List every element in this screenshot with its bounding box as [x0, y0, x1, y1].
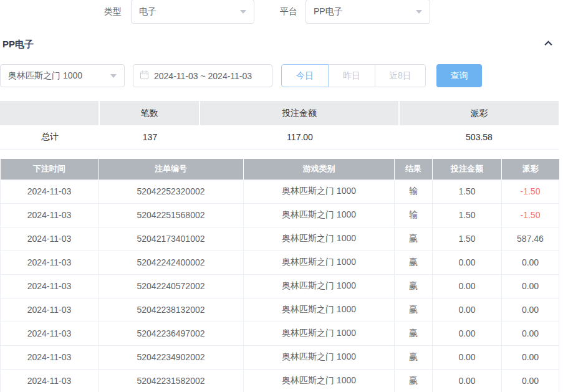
quick-range-button[interactable]: 昨日 — [328, 64, 375, 87]
column-header: 投注金额 — [433, 159, 502, 179]
summary-total-row: 总计 137 117.00 503.58 — [0, 125, 559, 150]
cell-result: 赢 — [395, 369, 433, 392]
table-row: 2024-11-0352042242400002奥林匹斯之门 1000赢0.00… — [1, 251, 559, 274]
cell-result: 赢 — [395, 251, 433, 274]
collapse-section-button[interactable] — [541, 37, 555, 51]
cell-bet: 0.00 — [433, 274, 502, 298]
quick-range-buttons: 今日昨日近8日 — [281, 64, 426, 87]
cell-bet: 0.00 — [433, 369, 502, 392]
summary-total-count: 137 — [100, 125, 200, 150]
column-header: 游戏类别 — [244, 159, 395, 179]
cell-game: 奥林匹斯之门 1000 — [244, 274, 395, 298]
game-select[interactable]: 奥林匹斯之门 1000 — [0, 64, 125, 87]
chevron-down-icon — [110, 74, 117, 78]
column-header: 注单编号 — [99, 159, 244, 179]
cell-game: 奥林匹斯之门 1000 — [244, 203, 395, 227]
search-button[interactable]: 查询 — [436, 64, 482, 87]
cell-date: 2024-11-03 — [1, 369, 99, 392]
table-row: 2024-11-0352042236497002奥林匹斯之门 1000赢0.00… — [1, 322, 559, 345]
quick-range-button[interactable]: 今日 — [281, 64, 329, 87]
cell-bet: 0.00 — [433, 298, 502, 322]
summary-total-label: 总计 — [0, 125, 100, 150]
cell-date: 2024-11-03 — [1, 203, 99, 227]
cell-bet: 1.50 — [433, 179, 502, 203]
chevron-down-icon — [240, 10, 246, 14]
cell-date: 2024-11-03 — [1, 227, 99, 251]
summary-total-bet: 117.00 — [200, 125, 400, 150]
section-title: PP电子 — [2, 39, 34, 50]
cell-game: 奥林匹斯之门 1000 — [244, 298, 395, 322]
cell-bet: 0.00 — [433, 345, 502, 369]
cell-result: 赢 — [395, 227, 433, 251]
type-select[interactable]: 电子 — [131, 0, 254, 24]
cell-date: 2024-11-03 — [1, 179, 99, 203]
page: 类型 电子 平台 PP电子 PP电子 奥林匹斯之门 1000 2024-11-0… — [0, 0, 563, 392]
cell-payout: 0.00 — [502, 345, 559, 369]
summary-header-bet-amount: 投注金额 — [200, 101, 400, 125]
game-select-value: 奥林匹斯之门 1000 — [8, 70, 82, 82]
cell-payout: -1.50 — [502, 179, 559, 203]
cell-payout: 0.00 — [502, 298, 559, 322]
cell-payout: 587.46 — [502, 227, 559, 251]
date-range-value: 2024-11-03 ~ 2024-11-03 — [154, 71, 252, 81]
column-header: 下注时间 — [1, 159, 99, 179]
cell-date: 2024-11-03 — [1, 345, 99, 369]
cell-bet: 0.00 — [433, 251, 502, 274]
column-header: 结果 — [395, 159, 433, 179]
detail-table-body: 2024-11-0352042252320002奥林匹斯之门 1000输1.50… — [1, 179, 559, 392]
cell-order_id: 52042242400002 — [99, 251, 244, 274]
cell-game: 奥林匹斯之门 1000 — [244, 322, 395, 345]
chevron-down-icon — [416, 10, 422, 14]
date-range-input[interactable]: 2024-11-03 ~ 2024-11-03 — [133, 64, 272, 87]
cell-date: 2024-11-03 — [1, 322, 99, 345]
cell-order_id: 52042240572002 — [99, 274, 244, 298]
cell-order_id: 52042236497002 — [99, 322, 244, 345]
table-row: 2024-11-0352042240572002奥林匹斯之门 1000赢0.00… — [1, 274, 559, 298]
cell-bet: 1.50 — [433, 227, 502, 251]
cell-result: 输 — [395, 203, 433, 227]
summary-header-payout: 派彩 — [400, 101, 559, 125]
table-row: 2024-11-0352042238132002奥林匹斯之门 1000赢0.00… — [1, 298, 559, 322]
calendar-icon — [140, 70, 149, 82]
cell-payout: 0.00 — [502, 274, 559, 298]
cell-order_id: 52042234902002 — [99, 345, 244, 369]
platform-select-value: PP电子 — [314, 6, 343, 17]
cell-payout: 0.00 — [502, 322, 559, 345]
cell-game: 奥林匹斯之门 1000 — [244, 369, 395, 392]
cell-result: 输 — [395, 179, 433, 203]
cell-game: 奥林匹斯之门 1000 — [244, 179, 395, 203]
cell-bet: 0.00 — [433, 322, 502, 345]
cell-bet: 1.50 — [433, 203, 502, 227]
cell-order_id: 52042238132002 — [99, 298, 244, 322]
cell-result: 赢 — [395, 298, 433, 322]
platform-select[interactable]: PP电子 — [306, 0, 430, 24]
table-row: 2024-11-0352042173401002奥林匹斯之门 1000赢1.50… — [1, 227, 559, 251]
cell-order_id: 52042251568002 — [99, 203, 244, 227]
summary-header-empty — [0, 101, 100, 125]
column-header: 派彩 — [502, 159, 559, 179]
summary-total-payout: 503.58 — [400, 125, 559, 150]
cell-order_id: 52042252320002 — [99, 179, 244, 203]
cell-date: 2024-11-03 — [1, 251, 99, 274]
cell-payout: 0.00 — [502, 251, 559, 274]
type-select-value: 电子 — [139, 6, 156, 17]
table-row: 2024-11-0352042252320002奥林匹斯之门 1000输1.50… — [1, 179, 559, 203]
cell-order_id: 52042231582002 — [99, 369, 244, 392]
detail-table: 下注时间注单编号游戏类别结果投注金额派彩 2024-11-03520422523… — [0, 159, 559, 392]
cell-result: 赢 — [395, 322, 433, 345]
chevron-up-icon — [543, 38, 554, 50]
cell-result: 赢 — [395, 345, 433, 369]
summary-header-count: 笔数 — [100, 101, 200, 125]
quick-range-button[interactable]: 近8日 — [375, 64, 426, 87]
detail-header-row: 下注时间注单编号游戏类别结果投注金额派彩 — [1, 159, 559, 179]
table-row: 2024-11-0352042234902002奥林匹斯之门 1000赢0.00… — [1, 345, 559, 369]
cell-date: 2024-11-03 — [1, 274, 99, 298]
platform-label: 平台 — [280, 0, 297, 23]
cell-game: 奥林匹斯之门 1000 — [244, 345, 395, 369]
cell-game: 奥林匹斯之门 1000 — [244, 227, 395, 251]
cell-date: 2024-11-03 — [1, 298, 99, 322]
cell-game: 奥林匹斯之门 1000 — [244, 251, 395, 274]
table-row: 2024-11-0352042251568002奥林匹斯之门 1000输1.50… — [1, 203, 559, 227]
table-row: 2024-11-0352042231582002奥林匹斯之门 1000赢0.00… — [1, 369, 559, 392]
summary-table: 笔数 投注金额 派彩 总计 137 117.00 503.58 — [0, 101, 559, 150]
